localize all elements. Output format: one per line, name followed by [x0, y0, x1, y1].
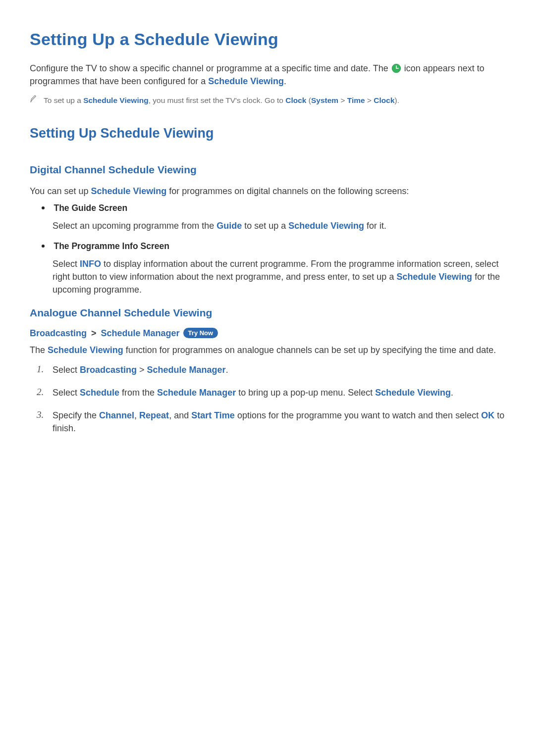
step-item: Select Schedule from the Schedule Manage… — [30, 384, 505, 407]
schedule-viewing-term: Schedule Viewing — [396, 272, 472, 282]
step-item: Select Broadcasting > Schedule Manager. — [30, 361, 505, 384]
list-item: The Programme Info Screen Select INFO to… — [30, 241, 505, 296]
ok-term: OK — [481, 410, 494, 420]
guide-term: Guide — [216, 221, 242, 231]
channel-term: Channel — [99, 410, 134, 420]
list-item-body: Select an upcoming programme from the Gu… — [53, 219, 505, 232]
schedule-manager-term: Schedule Manager — [157, 388, 236, 398]
note-row: To set up a Schedule Viewing, you must f… — [30, 95, 505, 106]
page-title: Setting Up a Schedule Viewing — [30, 30, 505, 49]
clock-term: Clock — [285, 96, 306, 104]
intro-period: . — [284, 76, 286, 86]
schedule-viewing-term: Schedule Viewing — [83, 96, 149, 104]
schedule-manager-term: Schedule Manager — [147, 365, 226, 375]
schedule-viewing-term: Schedule Viewing — [91, 186, 166, 196]
pencil-icon — [30, 95, 37, 103]
broadcasting-term: Broadcasting — [80, 365, 137, 375]
list-item-body: Select INFO to display information about… — [53, 257, 505, 296]
schedule-term: Schedule — [80, 388, 119, 398]
list-item: The Guide Screen Select an upcoming prog… — [30, 203, 505, 232]
schedule-viewing-term: Schedule Viewing — [208, 76, 284, 86]
list-item-label: The Guide Screen — [54, 203, 127, 213]
section-heading: Setting Up Schedule Viewing — [30, 126, 505, 141]
digital-heading: Digital Channel Schedule Viewing — [30, 164, 505, 176]
analogue-lead: The Schedule Viewing function for progra… — [30, 344, 505, 356]
note-text: To set up a Schedule Viewing, you must f… — [44, 95, 399, 106]
repeat-term: Repeat — [139, 410, 169, 420]
breadcrumb-schedule-manager: Schedule Manager — [101, 328, 180, 338]
analogue-steps: Select Broadcasting > Schedule Manager. … — [30, 361, 505, 443]
breadcrumb-broadcasting: Broadcasting — [30, 328, 87, 338]
try-now-badge[interactable]: Try Now — [183, 328, 218, 338]
bullet-icon — [42, 245, 45, 248]
digital-list: The Guide Screen Select an upcoming prog… — [30, 203, 505, 296]
breadcrumb: Broadcasting > Schedule Manager Try Now — [30, 328, 505, 339]
digital-lead: You can set up Schedule Viewing for prog… — [30, 185, 505, 198]
intro-text-pre: Configure the TV to show a specific chan… — [30, 63, 391, 73]
start-time-term: Start Time — [191, 410, 235, 420]
schedule-viewing-term: Schedule Viewing — [375, 388, 451, 398]
list-item-label: The Programme Info Screen — [54, 241, 169, 251]
step-item: Specify the Channel, Repeat, and Start T… — [30, 407, 505, 443]
time-term: Time — [347, 96, 365, 104]
intro-paragraph: Configure the TV to show a specific chan… — [30, 62, 505, 88]
clock-term: Clock — [374, 96, 394, 104]
breadcrumb-separator: > — [89, 328, 99, 338]
system-term: System — [311, 96, 338, 104]
schedule-viewing-term: Schedule Viewing — [48, 345, 123, 355]
schedule-viewing-term: Schedule Viewing — [288, 221, 364, 231]
document-page: Setting Up a Schedule Viewing Configure … — [0, 0, 535, 472]
analogue-heading: Analogue Channel Schedule Viewing — [30, 307, 505, 319]
info-term: INFO — [80, 259, 101, 269]
bullet-icon — [42, 206, 45, 209]
clock-icon — [391, 63, 401, 73]
